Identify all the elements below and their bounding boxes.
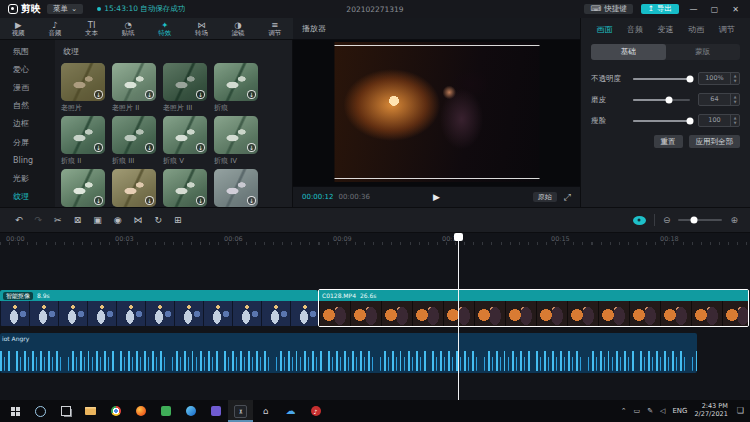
firefox-icon[interactable] [128, 400, 153, 422]
effect-thumbnail[interactable]: ↓ [163, 116, 207, 154]
volume-icon[interactable]: ◁ [660, 408, 665, 415]
effect-category[interactable]: 纹理 [0, 188, 55, 206]
close-button[interactable]: ✕ [729, 5, 742, 14]
mirror-icon[interactable]: ⋈ [134, 216, 143, 225]
undo-icon[interactable]: ↶ [15, 216, 23, 225]
effect-item[interactable]: ↓ 折痕 II [61, 116, 105, 164]
slider-track[interactable] [633, 78, 690, 80]
reverse-icon[interactable]: ◉ [114, 216, 122, 225]
video-clip-1[interactable]: 智能抠像 8.9s [0, 290, 318, 326]
crop-icon[interactable]: ⊞ [174, 216, 182, 225]
minimize-button[interactable]: — [687, 5, 700, 14]
purple-app-icon[interactable] [203, 400, 228, 422]
effect-category[interactable]: 漫画 [0, 78, 55, 96]
play-button[interactable]: ▶ [433, 193, 440, 202]
language-indicator[interactable]: ENG [672, 407, 687, 415]
effect-category[interactable]: 爱心 [0, 60, 55, 78]
slider-value-box[interactable]: 64 [698, 93, 740, 106]
apply-all-button[interactable]: 应用到全部 [689, 135, 741, 148]
playhead[interactable] [458, 233, 459, 400]
edge-icon[interactable] [178, 400, 203, 422]
effect-thumbnail[interactable]: ↓ [61, 63, 105, 101]
slider-track[interactable] [633, 120, 690, 122]
monitor-icon[interactable]: ▭ [634, 408, 641, 415]
effect-item[interactable]: ↓ 老照片 [61, 63, 105, 111]
video-clip-2-selected[interactable]: C0128.MP4 26.6s [318, 289, 749, 327]
toolbar-item[interactable]: ◑ 滤镜 [220, 18, 257, 39]
zoom-in-icon[interactable]: ⊕ [730, 216, 738, 225]
toolbar-item[interactable]: ◔ 贴纸 [110, 18, 147, 39]
effect-thumbnail[interactable]: ↓ [214, 169, 258, 207]
toolbar-item[interactable]: ▶ 视频 [0, 18, 37, 39]
slider-value-box[interactable]: 100 [698, 114, 740, 127]
playhead-handle[interactable] [454, 233, 463, 241]
effect-item[interactable]: ↓ [112, 169, 156, 207]
effect-item[interactable]: ↓ 折痕 III [112, 116, 156, 164]
toolbar-item[interactable]: ⋈ 转场 [183, 18, 220, 39]
effect-category[interactable]: 自然 [0, 97, 55, 115]
effect-item[interactable]: ↓ 折痕 [214, 63, 258, 111]
effect-item[interactable]: ↓ [214, 169, 258, 207]
timeline-zoom-handle[interactable] [690, 217, 697, 224]
effect-thumbnail[interactable]: ↓ [163, 63, 207, 101]
inspector-tab[interactable]: 动画 [681, 24, 712, 35]
effect-item[interactable]: ↓ [61, 169, 105, 207]
ratio-button[interactable]: 原始 [533, 192, 557, 202]
inspector-tab[interactable]: 变速 [650, 24, 681, 35]
effect-category[interactable]: 光影 [0, 169, 55, 187]
slider-handle[interactable] [666, 96, 673, 103]
effect-thumbnail[interactable]: ↓ [112, 116, 156, 154]
effect-thumbnail[interactable]: ↓ [214, 63, 258, 101]
effect-item[interactable]: ↓ 折痕 V [163, 116, 207, 164]
cloud-app-icon[interactable] [278, 400, 303, 422]
pen-icon[interactable]: ✎ [647, 408, 653, 415]
stepper-arrows-icon[interactable] [730, 73, 739, 84]
effect-item[interactable]: ↓ 老照片 III [163, 63, 207, 111]
slider-value-box[interactable]: 100% [698, 72, 740, 85]
inspector-tab[interactable]: 音频 [620, 24, 651, 35]
redo-icon[interactable]: ↷ [35, 216, 43, 225]
shortcuts-button[interactable]: ⌨ 快捷键 [584, 4, 632, 15]
split-icon[interactable]: ✂ [54, 216, 62, 225]
stepper-arrows-icon[interactable] [730, 115, 739, 126]
effect-category[interactable]: 边框 [0, 115, 55, 133]
menu-button[interactable]: 菜单 ⌄ [47, 4, 83, 15]
audio-clip[interactable]: iot Angry [0, 333, 697, 373]
toolbar-item[interactable]: TI 文本 [73, 18, 110, 39]
effect-thumbnail[interactable]: ↓ [61, 116, 105, 154]
effect-thumbnail[interactable]: ↓ [112, 63, 156, 101]
fullscreen-icon[interactable]: ⤢ [564, 193, 571, 202]
toolbar-item[interactable]: ✦ 特效 [147, 18, 184, 39]
timeline-ruler[interactable]: 00:00 00:03 00:06 00:09 00:12 00:15 00:1… [0, 233, 750, 245]
search-button[interactable] [28, 400, 53, 422]
effect-item[interactable]: ↓ 老照片 II [112, 63, 156, 111]
zoom-out-icon[interactable]: ⊖ [663, 216, 671, 225]
toolbar-item[interactable]: ♪ 音频 [37, 18, 74, 39]
file-explorer-icon[interactable] [78, 400, 103, 422]
music-app-icon[interactable] [303, 400, 328, 422]
effect-category[interactable]: Bling [0, 151, 55, 169]
inspector-subtab[interactable]: 蒙版 [666, 44, 741, 60]
effect-item[interactable]: ↓ [163, 169, 207, 207]
hidden-icons-caret[interactable]: ⌃ [621, 408, 627, 415]
video-preview[interactable] [334, 42, 539, 182]
chrome-icon[interactable] [103, 400, 128, 422]
home-app-icon[interactable] [253, 400, 278, 422]
start-button[interactable] [3, 400, 28, 422]
inspector-tab[interactable]: 调节 [711, 24, 742, 35]
preview-axis-icon[interactable] [633, 216, 646, 225]
freeze-icon[interactable]: ▣ [93, 216, 102, 225]
reset-button[interactable]: 重置 [654, 135, 683, 148]
effect-thumbnail[interactable]: ↓ [163, 169, 207, 207]
green-app-icon[interactable] [153, 400, 178, 422]
capcut-icon[interactable] [228, 400, 253, 422]
slider-handle[interactable] [687, 117, 694, 124]
task-view-button[interactable] [53, 400, 78, 422]
taskbar-clock[interactable]: 2:43 PM 2/27/2021 [694, 403, 727, 419]
effect-thumbnail[interactable]: ↓ [214, 116, 258, 154]
effect-item[interactable]: ↓ 折痕 IV [214, 116, 258, 164]
effect-category[interactable]: 分屏 [0, 133, 55, 151]
action-center-icon[interactable]: ❏ [737, 407, 744, 415]
slider-track[interactable] [633, 99, 690, 101]
rotate-icon[interactable]: ↻ [155, 216, 163, 225]
